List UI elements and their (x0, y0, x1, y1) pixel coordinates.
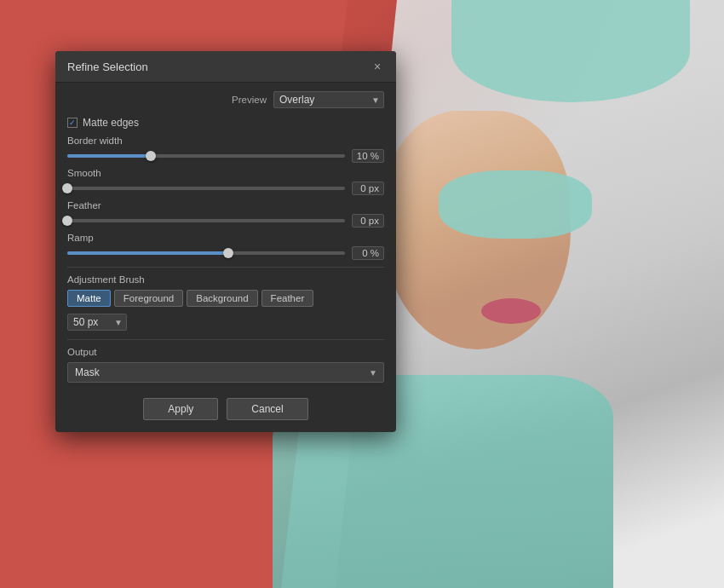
brush-btn-foreground[interactable]: Foreground (114, 290, 183, 307)
smooth-value: 0 px (352, 182, 384, 195)
preview-row: Preview None Overlay Black White Origina… (67, 91, 384, 108)
brush-btn-background[interactable]: Background (187, 290, 257, 307)
dialog-titlebar: Refine Selection × (55, 51, 396, 83)
output-label: Output (67, 347, 384, 357)
apply-button[interactable]: Apply (143, 398, 218, 420)
ramp-fill (67, 251, 228, 255)
ramp-value: 0 % (352, 246, 384, 260)
feather-slider-row: 0 px (67, 214, 384, 228)
ramp-thumb[interactable] (223, 248, 233, 258)
adjustment-brush-label: Adjustment Brush (67, 274, 384, 285)
lips-shape (481, 298, 541, 324)
feather-thumb[interactable] (62, 216, 72, 226)
border-width-slider-row: 10 % (67, 149, 384, 163)
brush-buttons: Matte Foreground Background Feather (67, 290, 384, 307)
brush-btn-feather[interactable]: Feather (261, 290, 314, 307)
ramp-section: Ramp 0 % (67, 233, 384, 260)
border-width-section: Border width 10 % (67, 135, 384, 163)
ramp-label: Ramp (67, 233, 384, 243)
border-width-thumb[interactable] (146, 151, 156, 161)
brush-size-select-wrapper: 10 px 25 px 50 px 75 px 100 px ▼ (67, 314, 127, 331)
smooth-slider-row: 0 px (67, 182, 384, 195)
matte-edges-label: Matte edges (83, 117, 139, 129)
divider-2 (67, 339, 384, 340)
smooth-label: Smooth (67, 168, 384, 178)
close-button[interactable]: × (371, 60, 384, 73)
preview-select-wrapper: None Overlay Black White Original ▼ (273, 91, 384, 108)
preview-label: Preview (232, 95, 267, 105)
border-width-value: 10 % (352, 149, 384, 163)
smooth-track[interactable] (67, 187, 345, 190)
brush-size-select[interactable]: 10 px 25 px 50 px 75 px 100 px (67, 314, 127, 331)
feather-section: Feather 0 px (67, 200, 384, 228)
border-width-label: Border width (67, 135, 384, 146)
refine-selection-dialog: Refine Selection × Preview None Overlay … (55, 51, 396, 432)
brush-size-row: 10 px 25 px 50 px 75 px 100 px ▼ (67, 314, 384, 331)
brush-btn-matte[interactable]: Matte (67, 290, 111, 307)
divider-1 (67, 267, 384, 268)
preview-select[interactable]: None Overlay Black White Original (273, 91, 384, 108)
smooth-section: Smooth 0 px (67, 168, 384, 195)
feather-value: 0 px (352, 214, 384, 228)
ramp-slider-row: 0 % (67, 246, 384, 260)
smooth-thumb[interactable] (62, 183, 72, 193)
dialog-title: Refine Selection (67, 61, 148, 73)
matte-edges-row: Matte edges (67, 117, 384, 129)
feather-track[interactable] (67, 219, 345, 222)
eye-mask-shape (439, 170, 592, 239)
border-width-track[interactable] (67, 154, 345, 158)
matte-edges-checkbox[interactable] (67, 118, 78, 128)
feather-label: Feather (67, 200, 384, 210)
hat-shape (451, 0, 690, 102)
output-select[interactable]: Mask New Layer New Document (67, 362, 384, 383)
output-select-wrapper: Mask New Layer New Document ▼ (67, 362, 384, 383)
dialog-body: Preview None Overlay Black White Origina… (55, 83, 396, 432)
border-width-fill (67, 154, 151, 158)
cancel-button[interactable]: Cancel (227, 398, 307, 420)
action-buttons: Apply Cancel (67, 395, 384, 420)
ramp-track[interactable] (67, 251, 345, 255)
